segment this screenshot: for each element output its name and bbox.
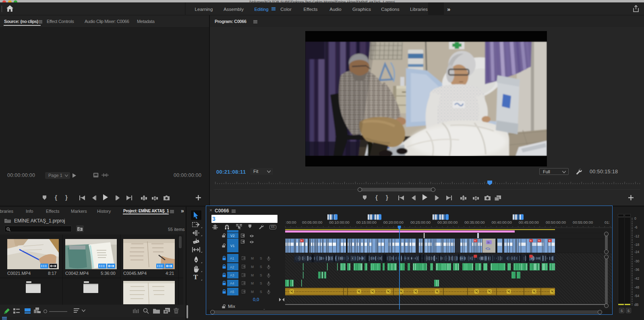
svg-text:01:: 01: [605, 220, 610, 224]
svg-text:00:50:00:00: 00:50:00:00 [546, 220, 566, 224]
svg-text:00:15:00:00: 00:15:00:00 [356, 220, 377, 224]
svg-text:fx: fx [474, 239, 476, 242]
svg-text::00:00: :00:00 [286, 220, 296, 224]
svg-text:00:35:00:00: 00:35:00:00 [464, 220, 485, 224]
svg-text:fx: fx [301, 239, 303, 242]
svg-text:00:45:00:00: 00:45:00:00 [519, 220, 539, 224]
svg-text:00:20:00:00: 00:20:00:00 [383, 220, 404, 224]
svg-text:00:25:00:00: 00:25:00:00 [410, 220, 431, 224]
svg-text:00:55:00:00: 00:55:00:00 [573, 220, 593, 224]
svg-text:00:10:00:00: 00:10:00:00 [329, 220, 349, 224]
svg-text:00:40:00:00: 00:40:00:00 [492, 220, 512, 224]
svg-text:fx: fx [487, 241, 490, 244]
svg-text:00:30:00:00: 00:30:00:00 [437, 220, 458, 224]
svg-text:00:05:00:00: 00:05:00:00 [302, 220, 322, 224]
svg-text:fx: fx [538, 239, 540, 242]
svg-text:fx: fx [530, 239, 532, 242]
svg-text:fx: fx [549, 239, 551, 242]
